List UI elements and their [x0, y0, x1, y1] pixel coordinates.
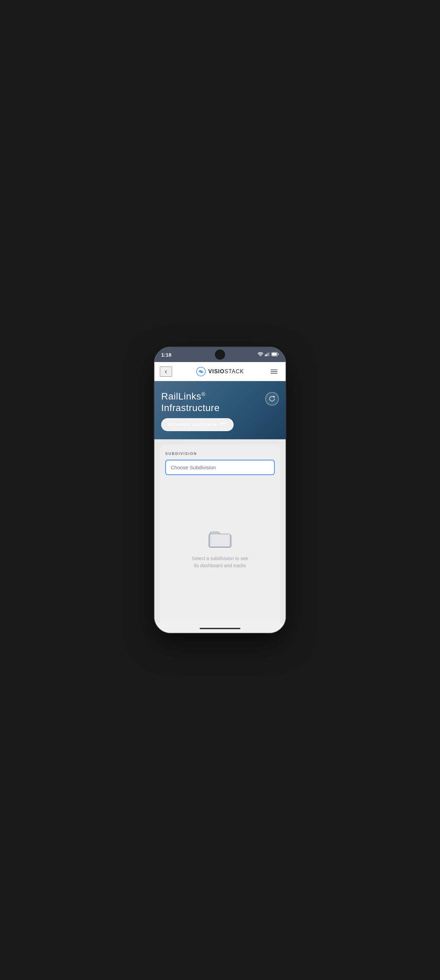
svg-rect-5 [272, 353, 277, 356]
home-bar[interactable] [200, 628, 240, 629]
empty-state: Select a subdivision to see its dashboar… [165, 480, 275, 617]
svg-rect-0 [265, 355, 266, 356]
svg-rect-3 [269, 352, 270, 356]
registered-mark: ® [201, 391, 205, 397]
status-bar: 1:18 [154, 347, 286, 362]
signal-icon [265, 352, 270, 357]
menu-line-1 [271, 369, 278, 370]
subdivision-input[interactable] [165, 460, 275, 475]
network-overview-button[interactable]: NETWORK OVERVIEW [161, 418, 234, 431]
refresh-button[interactable] [265, 392, 279, 406]
status-icons [258, 352, 279, 357]
subdivision-card: SUBDIVISION Select a subdivision to see [160, 445, 280, 623]
svg-rect-1 [266, 353, 267, 356]
app-logo: VISIOSTACK [196, 367, 244, 376]
top-nav: ‹ VISIOSTACK [154, 362, 286, 381]
chart-icon [219, 422, 227, 428]
menu-line-3 [271, 373, 278, 374]
hero-title: RailLinks® Infrastructure [161, 391, 265, 414]
folder-icon-wrapper [208, 528, 232, 550]
phone-frame: 1:18 [154, 347, 286, 633]
logo-text: VISIOSTACK [208, 369, 244, 375]
subdivision-label: SUBDIVISION [165, 452, 275, 456]
hero-section: RailLinks® Infrastructure NETWORK OVERVI… [154, 381, 286, 439]
empty-state-text: Select a subdivision to see its dashboar… [192, 555, 248, 569]
hero-content: RailLinks® Infrastructure NETWORK OVERVI… [161, 391, 265, 431]
network-overview-label: NETWORK OVERVIEW [168, 423, 217, 427]
status-time: 1:18 [161, 352, 172, 358]
content-area: RailLinks® Infrastructure NETWORK OVERVI… [154, 381, 286, 623]
camera-notch-wrapper [215, 350, 225, 360]
logo-icon [196, 367, 206, 376]
empty-line-1: Select a subdivision to see [192, 556, 248, 561]
home-indicator [154, 623, 286, 633]
hero-subtitle: Infrastructure [161, 402, 220, 413]
empty-line-2: its dashboard and tracks [194, 563, 246, 568]
hero-title-text: RailLinks [161, 391, 201, 401]
back-button[interactable]: ‹ [160, 366, 172, 377]
svg-rect-2 [268, 353, 268, 356]
menu-line-2 [271, 371, 278, 372]
camera-notch [215, 350, 225, 360]
battery-icon [272, 352, 279, 357]
refresh-icon [268, 395, 275, 402]
folder-icon [208, 528, 232, 548]
wifi-icon [258, 352, 263, 357]
menu-button[interactable] [268, 369, 280, 374]
main-content: SUBDIVISION Select a subdivision to see [154, 439, 286, 623]
